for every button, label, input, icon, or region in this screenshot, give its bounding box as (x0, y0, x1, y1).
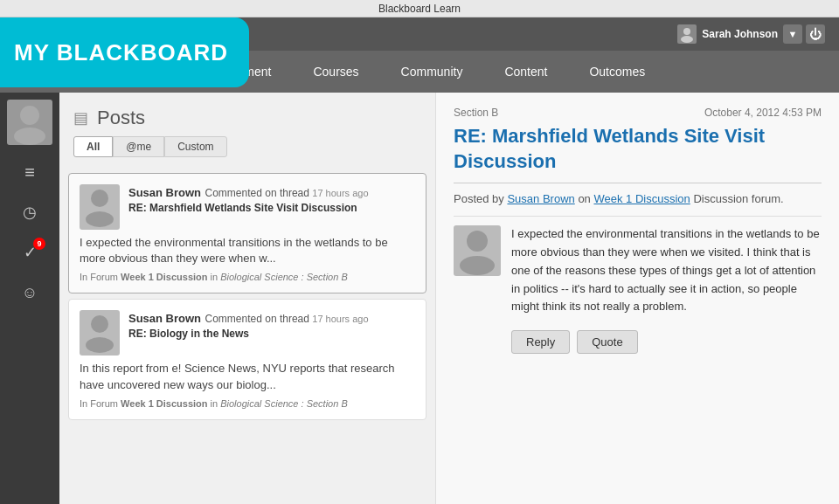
sidebar-user-avatar[interactable] (7, 100, 52, 145)
detail-body-row: I expected the environmental transitions… (454, 225, 822, 316)
app-title: Blackboard Learn (378, 3, 461, 15)
tasks-badge: 9 (33, 238, 45, 250)
user-controls: ▼ ⏻ (783, 24, 825, 44)
post-1-subject: RE: Marshfield Wetlands Site Visit Discu… (128, 202, 415, 214)
detail-divider (454, 216, 822, 217)
tab-all[interactable]: All (73, 136, 113, 157)
post-1-meta: Susan Brown Commented on thread 17 hours… (128, 184, 415, 214)
sidebar-icon-clock[interactable]: ◷ (7, 192, 52, 232)
sidebar-icon-tasks[interactable]: ✓ 9 (7, 232, 52, 273)
reply-button[interactable]: Reply (511, 330, 570, 354)
detail-avatar (454, 225, 501, 276)
user-info: Sarah Johnson ▼ ⏻ (677, 24, 825, 44)
post-1-author: Susan Brown (128, 186, 201, 199)
post-2-author: Susan Brown (128, 312, 201, 325)
detail-author-link[interactable]: Susan Brown (507, 192, 574, 205)
post-2-time: 17 hours ago (312, 314, 368, 324)
post-2-meta: Susan Brown Commented on thread 17 hours… (128, 310, 415, 340)
detail-section: Section B (454, 107, 498, 119)
svg-point-7 (86, 337, 114, 353)
tab-custom[interactable]: Custom (164, 136, 226, 157)
post-2-excerpt: In this report from e! Science News, NYU… (80, 361, 415, 392)
svg-point-0 (683, 28, 690, 35)
sidebar-icon-emoji[interactable]: ☺ (7, 273, 52, 313)
posts-panel-title: Posts (97, 107, 145, 129)
detail-date: October 4, 2012 4:53 PM (704, 107, 822, 119)
user-avatar-small (677, 24, 697, 44)
detail-title: RE: Marshfield Wetlands Site Visit Discu… (454, 124, 822, 183)
bb-title: MY BLACKBOARD (14, 39, 228, 66)
quote-button[interactable]: Quote (577, 330, 637, 354)
post-1-time: 17 hours ago (312, 188, 368, 198)
detail-actions: Reply Quote (454, 330, 822, 354)
detail-body-text: I expected the environmental transitions… (511, 225, 822, 316)
post-card-2[interactable]: Susan Brown Commented on thread 17 hours… (68, 299, 426, 419)
svg-point-5 (86, 211, 114, 227)
posts-header: ▤ Posts (59, 93, 435, 136)
svg-point-1 (681, 36, 693, 43)
detail-posted: Posted by Susan Brown on Week 1 Discussi… (454, 192, 822, 205)
post-2-action: Commented on thread (205, 313, 313, 325)
nav-item-courses[interactable]: Courses (292, 51, 379, 93)
sidebar: ≡ ◷ ✓ 9 ☺ (0, 93, 59, 504)
post-card-1-header: Susan Brown Commented on thread 17 hours… (80, 184, 415, 230)
detail-forum-link[interactable]: Week 1 Discussion (593, 192, 690, 205)
nav-item-community[interactable]: Community (380, 51, 484, 93)
title-bar: Blackboard Learn (0, 0, 839, 17)
post-1-action: Commented on thread (205, 187, 313, 199)
post-1-footer: In Forum Week 1 Discussion in Biological… (80, 272, 415, 282)
svg-point-9 (460, 256, 495, 275)
sidebar-icon-posts[interactable]: ≡ (7, 152, 52, 192)
detail-forum-label: Discussion forum. (693, 192, 783, 205)
post-1-excerpt: I expected the environmental transitions… (80, 235, 415, 266)
post-1-avatar (80, 184, 120, 230)
post-card-1[interactable]: Susan Brown Commented on thread 17 hours… (68, 173, 426, 293)
detail-panel: Section B October 4, 2012 4:53 PM RE: Ma… (435, 93, 839, 504)
posts-panel: ▤ Posts All @me Custom Susan Brown Comme… (59, 93, 435, 504)
detail-meta-row: Section B October 4, 2012 4:53 PM (454, 107, 822, 119)
nav-item-content[interactable]: Content (483, 51, 568, 93)
svg-point-2 (20, 106, 39, 125)
svg-point-8 (467, 231, 488, 252)
posts-panel-icon: ▤ (73, 108, 88, 128)
nav-item-outcomes[interactable]: Outcomes (568, 51, 666, 93)
post-card-2-header: Susan Brown Commented on thread 17 hours… (80, 310, 415, 356)
settings-button[interactable]: ▼ (783, 24, 802, 44)
main-area: ≡ ◷ ✓ 9 ☺ ▤ Posts All @me Custom (0, 93, 839, 504)
svg-point-6 (91, 315, 108, 333)
svg-point-4 (91, 190, 108, 207)
bb-header: MY BLACKBOARD (0, 17, 249, 87)
power-button[interactable]: ⏻ (806, 24, 825, 44)
posts-tabs: All @me Custom (59, 136, 435, 168)
post-2-subject: RE: Biology in the News (128, 328, 415, 340)
svg-point-3 (14, 128, 45, 145)
post-2-footer: In Forum Week 1 Discussion in Biological… (80, 398, 415, 409)
tab-me[interactable]: @me (113, 136, 164, 157)
post-2-avatar (80, 310, 120, 356)
user-name: Sarah Johnson (702, 28, 778, 40)
